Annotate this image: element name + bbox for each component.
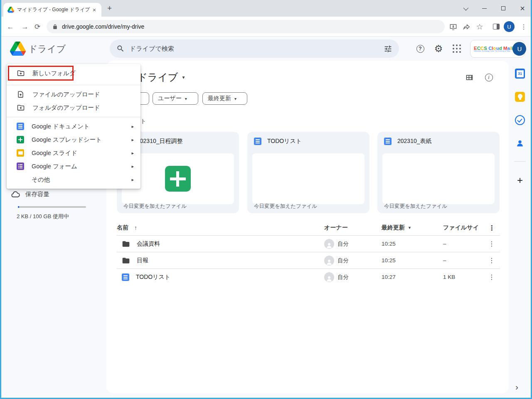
side-panel-icon[interactable]	[491, 22, 501, 32]
owner-avatar	[324, 256, 334, 266]
file-table-header: 名前 ↑ オーナー 最終更新 ▼ ファイルサイ ⋮	[117, 222, 500, 234]
chevron-down-icon: ▾	[185, 96, 187, 101]
sort-ascending-icon: ↑	[134, 224, 137, 231]
share-icon[interactable]	[461, 22, 471, 32]
card-thumbnail	[382, 153, 495, 204]
browser-profile-avatar[interactable]: U	[504, 21, 515, 32]
owner-name: 自分	[337, 273, 349, 281]
docs-file-icon	[384, 138, 392, 145]
eccs-subtext: Information Technology Center, The Unive…	[474, 51, 512, 52]
modified-time: 10:25	[382, 236, 396, 252]
modified-column-header[interactable]: 最終更新 ▼	[382, 222, 411, 234]
card-thumbnail	[252, 153, 365, 204]
browser-tab[interactable]: マイドライブ - Google ドライブ ×	[3, 3, 101, 17]
header-more-icon[interactable]: ⋮	[487, 222, 497, 234]
submenu-arrow-icon: ▸	[131, 164, 134, 169]
search-placeholder: ドライブで検索	[130, 45, 384, 53]
help-icon[interactable]: ?	[415, 43, 426, 54]
storage-progress-bar	[18, 206, 86, 208]
menu-item-folder-upload[interactable]: フォルダのアップロード	[7, 101, 140, 114]
owner-column-header[interactable]: オーナー	[324, 222, 348, 234]
storage-label: 保存容量	[25, 190, 49, 198]
file-size: –	[443, 252, 446, 268]
install-app-icon[interactable]	[448, 22, 458, 32]
grid-view-toggle-icon[interactable]	[464, 72, 475, 83]
file-row[interactable]: 日報 自分 10:25 – ⋮	[117, 252, 500, 268]
expand-panel-chevron-icon[interactable]: ›	[515, 382, 518, 392]
menu-item-new-folder[interactable]: 新しいフォルダ	[7, 64, 140, 82]
submenu-arrow-icon: ▸	[131, 150, 134, 156]
menu-item-more[interactable]: その他 ▸	[7, 173, 140, 186]
details-info-icon[interactable]: i	[483, 72, 494, 83]
file-name: 日報	[137, 257, 148, 264]
card-caption: 今日変更を加えたファイル	[384, 203, 447, 210]
sort-by-name[interactable]: 名前 ↑	[117, 222, 137, 234]
row-more-icon[interactable]: ⋮	[487, 269, 497, 285]
divider	[7, 117, 140, 117]
calendar-icon[interactable]: 31	[515, 68, 525, 79]
sort-descending-icon: ▼	[408, 226, 411, 230]
drive-logo-icon	[10, 42, 26, 57]
folder-icon	[122, 240, 130, 248]
file-size: –	[443, 236, 446, 252]
filter-chip-modified[interactable]: 最終更新▾	[202, 92, 247, 105]
window-maximize-button[interactable]	[494, 0, 513, 17]
submenu-arrow-icon: ▸	[131, 124, 134, 129]
keep-icon[interactable]	[515, 91, 525, 102]
filter-chip-people[interactable]: ユーザー▾	[153, 92, 198, 105]
storage-usage-text: 2 KB / 100 GB 使用中	[17, 213, 69, 220]
suggested-file-card[interactable]: 202310_表紙 今日変更を加えたファイル	[377, 132, 500, 213]
row-more-icon[interactable]: ⋮	[487, 236, 497, 252]
address-bar[interactable]: drive.google.com/drive/my-drive	[47, 20, 445, 33]
chevron-down-icon: ▾	[234, 96, 236, 101]
window-minimize-button[interactable]	[475, 0, 494, 17]
menu-item-google-forms[interactable]: Google フォーム ▸	[7, 160, 140, 173]
sheets-icon	[17, 136, 24, 143]
menu-item-google-slides[interactable]: Google スライド ▸	[7, 146, 140, 160]
window-menu-chevron-icon[interactable]	[456, 0, 475, 17]
settings-gear-icon[interactable]: ⚙	[433, 43, 444, 54]
google-apps-grid-icon[interactable]	[451, 43, 462, 54]
new-menu-popup: 新しいフォルダ ファイルのアップロード フォルダのアップロード Google ド…	[7, 64, 140, 189]
row-more-icon[interactable]: ⋮	[487, 252, 497, 268]
contacts-icon[interactable]	[515, 138, 525, 149]
storage-nav-item[interactable]: 保存容量	[11, 190, 49, 199]
tab-close-icon[interactable]: ×	[91, 6, 98, 13]
chevron-down-icon: ▾	[182, 74, 185, 80]
cloud-icon	[11, 190, 20, 199]
browser-titlebar: マイドライブ - Google ドライブ × + ×	[0, 0, 532, 17]
window-close-button[interactable]: ×	[513, 0, 532, 17]
file-name: 会議資料	[137, 240, 160, 248]
back-button[interactable]: ←	[5, 22, 16, 32]
new-folder-icon	[17, 69, 25, 77]
menu-item-google-docs[interactable]: Google ドキュメント ▸	[7, 120, 140, 133]
size-column-header[interactable]: ファイルサイ	[443, 222, 479, 234]
add-panel-app-icon[interactable]: +	[515, 175, 525, 186]
file-row[interactable]: TODOリスト 自分 10:27 1 KB ⋮	[117, 268, 500, 285]
forward-button[interactable]: →	[20, 22, 30, 32]
file-upload-icon	[17, 90, 25, 99]
menu-item-google-sheets[interactable]: Google スプレッドシート ▸	[7, 133, 140, 146]
submenu-arrow-icon: ▸	[131, 177, 134, 182]
search-input[interactable]: ドライブで検索	[110, 39, 399, 58]
owner-name: 自分	[337, 240, 349, 248]
submenu-arrow-icon: ▸	[131, 137, 134, 143]
menu-item-file-upload[interactable]: ファイルのアップロード	[7, 88, 140, 101]
divider	[7, 85, 140, 85]
account-badge[interactable]: ECCS Cloud Mail Information Technology C…	[470, 40, 525, 58]
reload-button[interactable]: ⟳	[32, 22, 43, 32]
search-icon	[116, 44, 125, 53]
owner-avatar	[324, 239, 334, 249]
suggested-file-card[interactable]: TODOリスト 今日変更を加えたファイル	[247, 132, 369, 213]
new-tab-button[interactable]: +	[107, 5, 112, 11]
account-avatar[interactable]: U	[512, 42, 526, 56]
file-size: 1 KB	[443, 269, 455, 285]
bookmark-star-icon[interactable]: ☆	[475, 22, 485, 32]
card-title: 202310_表紙	[397, 138, 432, 145]
tasks-icon[interactable]	[515, 115, 525, 126]
owner-name: 自分	[337, 257, 349, 264]
search-options-tune-icon[interactable]	[384, 44, 392, 53]
file-row[interactable]: 会議資料 自分 10:25 – ⋮	[117, 235, 500, 252]
tab-title: マイドライブ - Google ドライブ	[17, 6, 91, 13]
browser-menu-icon[interactable]: ⋮	[519, 22, 529, 32]
